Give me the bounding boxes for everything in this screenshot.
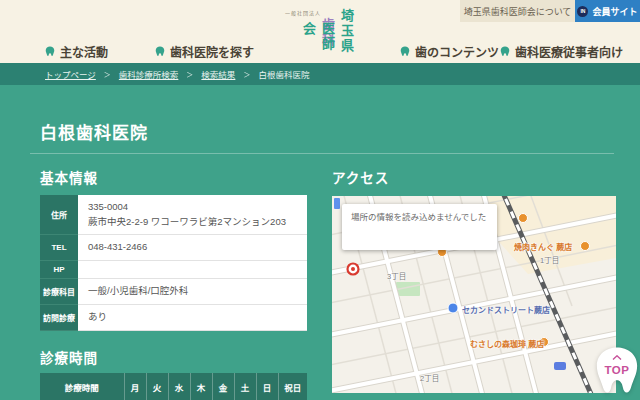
breadcrumb-separator: ＞ [104,69,111,79]
hours-col-sat: 土 [234,373,256,400]
nav-label: 歯のコンテンツ [415,43,499,60]
basic-info-heading: 基本情報 [40,167,98,187]
breadcrumb-search-results[interactable]: 検索結果 [201,68,235,80]
table-row-address: 住所 335-0004 蕨市中央2-2-9 ワコーワラビ第2マンション203 [40,195,307,235]
table-row-home-visit: 訪問診療 あり [40,304,307,330]
logo-org-type: 一般社団法人 [285,9,321,16]
breadcrumb-clinic-search[interactable]: 歯科診療所検索 [119,68,179,80]
breadcrumb-current-clinic: 白根歯科医院 [258,68,309,80]
breadcrumb-top-page[interactable]: トップページ [45,68,96,80]
nav-item-main-activities[interactable]: 主な活動 [45,43,108,60]
tooth-icon [45,46,55,57]
member-site-button[interactable]: IN 会員サイト [575,0,640,22]
row-label: TEL [40,235,78,261]
poi-marker-yakiniku[interactable] [581,242,590,251]
access-map[interactable]: 焼肉きんぐ 蕨店 1丁目 セカンドストリート蕨店 むさしの森珈琲 蕨店 2丁目 … [332,196,616,393]
chevron-up-icon [612,355,622,360]
map-poi-secondstreet-label[interactable]: セカンドストリート蕨店 [462,304,550,315]
scroll-to-top-button[interactable]: TOP [594,345,640,398]
postal-code: 335-0004 [88,200,297,215]
tooth-icon [400,46,410,57]
poi-marker-orange[interactable] [519,214,528,223]
hours-col-fri: 金 [212,373,234,400]
home-visit-value: あり [78,304,307,330]
poi-marker-secondstreet[interactable] [448,303,458,313]
hours-table: 診療時間 月 火 水 木 金 土 日 祝日 [40,373,307,400]
page: 埼玉県歯科医師会について IN 会員サイト 主な活動 歯科医院を探す 歯のコンテ… [0,0,640,400]
hours-header-row: 診療時間 月 火 水 木 金 土 日 祝日 [40,373,307,400]
site-header: 埼玉県歯科医師会について IN 会員サイト 主な活動 歯科医院を探す 歯のコンテ… [0,0,640,63]
hours-col-holiday: 祝日 [278,373,307,400]
nav-item-tooth-contents[interactable]: 歯のコンテンツ [400,43,499,60]
map-poi-musashino-label[interactable]: むさしの森珈琲 蕨店 [470,338,544,349]
location-target-dot [351,267,355,271]
nav-label: 歯科医院を探す [170,43,254,60]
hours-col-thu: 木 [190,373,212,400]
tel-value: 048-431-2466 [78,235,307,261]
row-label: 訪問診療 [40,304,78,330]
table-row-hp: HP [40,261,307,279]
top-button-label: TOP [594,364,640,376]
nav-label: 歯科医療従事者向け [515,43,623,60]
map-control-fragment [334,198,340,209]
map-poi-yakiniku-label[interactable]: 焼肉きんぐ 蕨店 [514,241,572,252]
page-title: 白根歯科医院 [40,119,148,144]
title-divider [30,153,614,154]
hours-col-tue: 火 [146,373,168,400]
breadcrumb-separator: ＞ [186,69,193,79]
road-shield-icon [554,362,566,370]
access-heading: アクセス [332,167,389,187]
departments-value: 一般/小児歯科/口腔外科 [78,279,307,305]
member-icon: IN [577,6,588,17]
hp-value [78,261,307,279]
map-district-3-label: 3丁目 [387,270,406,281]
hours-heading: 診療時間 [40,347,98,367]
hours-col-sun: 日 [256,373,278,400]
hours-col-header: 診療時間 [40,373,124,400]
tooth-icon [500,46,510,57]
row-label: HP [40,261,78,279]
about-association-link[interactable]: 埼玉県歯科医師会について [460,0,575,22]
logo-text-ishikai: 医師会 [299,22,337,63]
logo-text-saitamaken: 埼玉県 [337,9,356,54]
breadcrumb-separator: ＞ [243,69,250,79]
map-district-1-label: 1丁目 [540,254,559,265]
map-error-popup: 場所の情報を読み込めませんでした [342,204,497,250]
hours-col-mon: 月 [124,373,146,400]
hours-col-wed: 水 [168,373,190,400]
map-district-2-label: 2丁目 [420,372,439,383]
row-label: 住所 [40,195,78,235]
table-row-departments: 診療科目 一般/小児歯科/口腔外科 [40,279,307,305]
basic-info-table: 住所 335-0004 蕨市中央2-2-9 ワコーワラビ第2マンション203 T… [40,195,307,331]
row-label: 診療科目 [40,279,78,305]
nav-label: 主な活動 [60,43,108,60]
nav-item-professionals[interactable]: 歯科医療従事者向け [500,43,623,60]
address-value: 335-0004 蕨市中央2-2-9 ワコーワラビ第2マンション203 [78,195,307,235]
street-address: 蕨市中央2-2-9 ワコーワラビ第2マンション203 [88,215,297,230]
nav-item-find-clinic[interactable]: 歯科医院を探す [155,43,254,60]
site-logo[interactable]: 一般社団法人 埼玉県 歯科 医師会 [283,6,355,63]
breadcrumb: トップページ ＞ 歯科診療所検索 ＞ 検索結果 ＞ 白根歯科医院 [0,63,640,85]
tooth-icon [155,46,165,57]
table-row-tel: TEL 048-431-2466 [40,235,307,261]
member-site-label: 会員サイト [592,5,637,18]
